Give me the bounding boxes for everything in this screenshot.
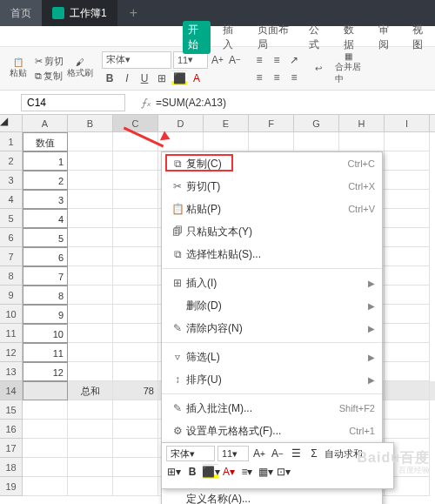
cell[interactable] xyxy=(23,458,68,477)
row-header[interactable]: 12 xyxy=(0,343,23,362)
cell[interactable]: 总和 xyxy=(68,381,113,400)
cell[interactable] xyxy=(113,324,158,343)
row-header[interactable]: 8 xyxy=(0,266,23,286)
cell[interactable] xyxy=(113,343,158,362)
cell[interactable]: 78 xyxy=(113,381,158,400)
cell[interactable] xyxy=(249,132,294,151)
context-menu-item[interactable]: ▿筛选(L)▶ xyxy=(162,346,382,368)
ribbon-tab-view[interactable]: 视图 xyxy=(407,21,435,54)
cell[interactable]: 11 xyxy=(23,343,68,362)
cell[interactable]: 数值 xyxy=(23,132,68,151)
align-left-icon[interactable]: ≡ xyxy=(251,70,267,85)
cell[interactable] xyxy=(23,420,68,439)
col-header[interactable]: B xyxy=(68,115,113,131)
paste-button[interactable]: 📋 粘贴 xyxy=(5,50,31,88)
cell[interactable] xyxy=(113,420,158,439)
context-menu-item[interactable]: 🗐只粘贴文本(Y) xyxy=(162,220,382,243)
cell[interactable] xyxy=(385,400,430,420)
cell[interactable] xyxy=(113,439,158,458)
cell[interactable] xyxy=(68,228,113,247)
decrease-font-icon[interactable]: A− xyxy=(227,52,243,68)
name-box[interactable] xyxy=(21,94,125,111)
cell[interactable] xyxy=(385,381,430,400)
cell[interactable] xyxy=(385,190,430,209)
cell[interactable]: 3 xyxy=(23,190,68,209)
row-header[interactable]: 11 xyxy=(0,324,23,343)
tab-workbook[interactable]: 工作簿1 xyxy=(42,0,117,26)
cell[interactable] xyxy=(113,190,158,209)
cell[interactable] xyxy=(385,209,430,228)
cell[interactable] xyxy=(204,132,249,151)
cell[interactable] xyxy=(23,477,68,496)
mini-align-icon[interactable]: ≡▾ xyxy=(239,464,255,480)
context-menu-item[interactable]: ✎插入批注(M)...Shift+F2 xyxy=(162,397,382,420)
cell[interactable] xyxy=(68,171,113,190)
col-header[interactable]: H xyxy=(339,115,385,131)
cell[interactable] xyxy=(68,458,113,477)
cell[interactable] xyxy=(113,458,158,477)
cell[interactable] xyxy=(113,305,158,324)
mini-sum-button[interactable]: Σ xyxy=(306,446,322,461)
context-menu-item[interactable]: 删除(D)▶ xyxy=(162,294,382,317)
align-center-icon[interactable]: ≡ xyxy=(269,70,284,85)
context-menu-item[interactable]: ⧉选择性粘贴(S)... xyxy=(162,243,382,265)
fill-color-button[interactable]: ⬛ xyxy=(171,71,187,86)
cell[interactable] xyxy=(113,209,158,228)
cell[interactable] xyxy=(113,228,158,247)
cell[interactable] xyxy=(385,171,430,190)
mini-border-icon[interactable]: ⊞▾ xyxy=(166,464,182,480)
cell[interactable] xyxy=(68,266,113,286)
cell[interactable] xyxy=(385,420,430,439)
cell[interactable] xyxy=(113,400,158,420)
cell[interactable] xyxy=(68,132,113,151)
cell[interactable] xyxy=(23,439,68,458)
font-color-button[interactable]: A xyxy=(189,71,204,86)
row-header[interactable]: 2 xyxy=(0,151,23,171)
context-menu-item[interactable]: ⊞插入(I)▶ xyxy=(162,272,382,294)
cell[interactable] xyxy=(385,324,430,343)
cell[interactable] xyxy=(68,190,113,209)
cell[interactable]: 12 xyxy=(23,362,68,381)
cell[interactable]: 8 xyxy=(23,286,68,305)
row-header[interactable]: 9 xyxy=(0,286,23,305)
context-menu-item[interactable]: 📋粘贴(P)Ctrl+V xyxy=(162,198,382,220)
row-header[interactable]: 15 xyxy=(0,400,23,420)
cell[interactable]: 2 xyxy=(23,171,68,190)
wrap-button[interactable]: ↩ xyxy=(305,50,331,88)
cell[interactable] xyxy=(68,209,113,228)
row-header[interactable]: 16 xyxy=(0,420,23,439)
cell[interactable] xyxy=(68,151,113,171)
cell[interactable] xyxy=(113,247,158,266)
cell[interactable] xyxy=(23,381,68,400)
cell[interactable] xyxy=(385,228,430,247)
col-header[interactable]: F xyxy=(249,115,294,131)
bold-button[interactable]: B xyxy=(102,71,117,86)
increase-font-icon[interactable]: A+ xyxy=(210,52,225,68)
cell[interactable] xyxy=(113,286,158,305)
cell[interactable] xyxy=(68,420,113,439)
cell[interactable] xyxy=(113,171,158,190)
mini-font-color-icon[interactable]: A▾ xyxy=(221,464,237,480)
cell[interactable] xyxy=(68,305,113,324)
cell[interactable]: 5 xyxy=(23,228,68,247)
copy-button[interactable]: ⧉复制 xyxy=(35,70,64,83)
row-header[interactable]: 19 xyxy=(0,477,23,496)
font-select[interactable]: 宋体 ▾ xyxy=(102,51,171,69)
merge-button[interactable]: ▦ 合并居中 xyxy=(335,50,361,88)
ribbon-tab-data[interactable]: 数据 xyxy=(338,21,366,54)
new-tab-button[interactable]: + xyxy=(117,5,150,21)
underline-button[interactable]: U xyxy=(137,71,152,86)
cell[interactable] xyxy=(385,305,430,324)
context-menu-item[interactable]: ⚙设置单元格格式(F)...Ctrl+1 xyxy=(162,420,382,442)
row-header[interactable]: 18 xyxy=(0,458,23,477)
cell[interactable] xyxy=(68,324,113,343)
mini-format-icon[interactable]: ⊡▾ xyxy=(276,464,291,480)
cell[interactable] xyxy=(385,132,430,151)
row-header[interactable]: 6 xyxy=(0,228,23,247)
cell[interactable]: 10 xyxy=(23,324,68,343)
select-all-corner[interactable]: ◢ xyxy=(0,115,23,131)
row-header[interactable]: 3 xyxy=(0,171,23,190)
row-header[interactable]: 4 xyxy=(0,190,23,209)
row-header[interactable]: 17 xyxy=(0,439,23,458)
cell[interactable] xyxy=(68,439,113,458)
